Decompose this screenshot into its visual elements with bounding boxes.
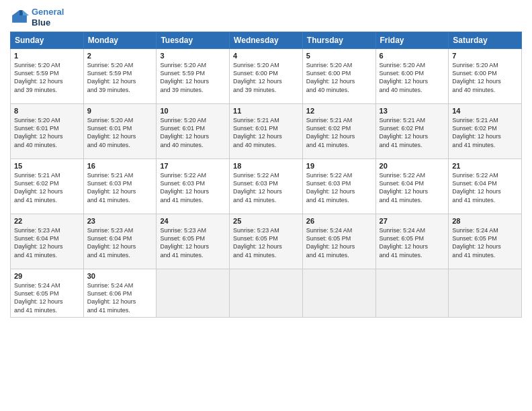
calendar-cell: 21 Sunrise: 5:22 AM Sunset: 6:04 PM Dayl… [449,159,522,214]
calendar-cell: 8 Sunrise: 5:20 AM Sunset: 6:01 PM Dayli… [11,104,84,159]
calendar-cell [449,269,522,318]
day-header: Saturday [449,32,522,49]
day-number: 30 [87,272,153,280]
calendar-cell: 18 Sunrise: 5:22 AM Sunset: 6:03 PM Dayl… [230,159,303,214]
day-number: 10 [160,107,226,115]
cell-info: Sunrise: 5:24 AM Sunset: 6:05 PM Dayligh… [380,226,445,259]
day-number: 21 [452,162,518,170]
calendar-cell [302,269,375,318]
calendar-cell: 12 Sunrise: 5:21 AM Sunset: 6:02 PM Dayl… [302,104,375,159]
calendar-cell: 16 Sunrise: 5:21 AM Sunset: 6:03 PM Dayl… [83,159,157,214]
cell-info: Sunrise: 5:20 AM Sunset: 6:01 PM Dayligh… [14,116,80,149]
day-header: Thursday [302,32,375,49]
calendar-cell: 5 Sunrise: 5:20 AM Sunset: 6:00 PM Dayli… [302,49,375,104]
cell-info: Sunrise: 5:21 AM Sunset: 6:02 PM Dayligh… [452,116,518,149]
day-number: 22 [14,217,80,225]
calendar-cell: 10 Sunrise: 5:20 AM Sunset: 6:01 PM Dayl… [157,104,230,159]
day-number: 17 [160,162,226,170]
calendar-cell: 20 Sunrise: 5:22 AM Sunset: 6:04 PM Dayl… [375,159,449,214]
svg-marker-2 [19,10,23,15]
calendar-header-row: SundayMondayTuesdayWednesdayThursdayFrid… [11,32,522,49]
cell-info: Sunrise: 5:24 AM Sunset: 6:05 PM Dayligh… [306,226,372,259]
calendar-cell: 3 Sunrise: 5:20 AM Sunset: 5:59 PM Dayli… [157,49,230,104]
day-number: 15 [14,162,80,170]
logo-icon [10,8,29,27]
day-number: 9 [87,107,153,115]
day-number: 25 [233,217,299,225]
calendar-body: 1 Sunrise: 5:20 AM Sunset: 5:59 PM Dayli… [11,49,522,318]
calendar-cell: 24 Sunrise: 5:23 AM Sunset: 6:05 PM Dayl… [157,214,230,269]
day-number: 2 [87,52,153,60]
cell-info: Sunrise: 5:23 AM Sunset: 6:04 PM Dayligh… [87,226,153,259]
logo-text: General Blue [32,7,64,28]
day-number: 6 [380,52,445,60]
day-number: 5 [306,52,372,60]
calendar-cell: 23 Sunrise: 5:23 AM Sunset: 6:04 PM Dayl… [83,214,157,269]
calendar-cell: 4 Sunrise: 5:20 AM Sunset: 6:00 PM Dayli… [230,49,303,104]
day-header: Wednesday [230,32,303,49]
cell-info: Sunrise: 5:24 AM Sunset: 6:06 PM Dayligh… [87,281,153,314]
cell-info: Sunrise: 5:20 AM Sunset: 6:00 PM Dayligh… [380,61,445,94]
calendar-cell: 19 Sunrise: 5:22 AM Sunset: 6:03 PM Dayl… [302,159,375,214]
cell-info: Sunrise: 5:22 AM Sunset: 6:04 PM Dayligh… [380,171,445,204]
cell-info: Sunrise: 5:20 AM Sunset: 6:01 PM Dayligh… [160,116,226,149]
calendar-cell [157,269,230,318]
calendar-cell: 14 Sunrise: 5:21 AM Sunset: 6:02 PM Dayl… [449,104,522,159]
day-number: 27 [380,217,445,225]
day-number: 13 [380,107,445,115]
header: General Blue [10,7,522,28]
day-number: 18 [233,162,299,170]
cell-info: Sunrise: 5:24 AM Sunset: 6:05 PM Dayligh… [452,226,518,259]
cell-info: Sunrise: 5:20 AM Sunset: 6:01 PM Dayligh… [87,116,153,149]
calendar-cell: 9 Sunrise: 5:20 AM Sunset: 6:01 PM Dayli… [83,104,157,159]
cell-info: Sunrise: 5:20 AM Sunset: 5:59 PM Dayligh… [160,61,226,94]
day-number: 23 [87,217,153,225]
cell-info: Sunrise: 5:21 AM Sunset: 6:01 PM Dayligh… [233,116,299,149]
calendar-cell: 11 Sunrise: 5:21 AM Sunset: 6:01 PM Dayl… [230,104,303,159]
day-header: Friday [375,32,449,49]
cell-info: Sunrise: 5:21 AM Sunset: 6:02 PM Dayligh… [14,171,80,204]
cell-info: Sunrise: 5:24 AM Sunset: 6:05 PM Dayligh… [14,281,80,314]
cell-info: Sunrise: 5:20 AM Sunset: 5:59 PM Dayligh… [87,61,153,94]
day-number: 3 [160,52,226,60]
calendar-cell: 29 Sunrise: 5:24 AM Sunset: 6:05 PM Dayl… [11,269,84,318]
day-number: 28 [452,217,518,225]
day-number: 8 [14,107,80,115]
day-number: 1 [14,52,80,60]
calendar-cell: 2 Sunrise: 5:20 AM Sunset: 5:59 PM Dayli… [83,49,157,104]
day-header: Monday [83,32,157,49]
calendar-cell: 28 Sunrise: 5:24 AM Sunset: 6:05 PM Dayl… [449,214,522,269]
calendar-cell: 26 Sunrise: 5:24 AM Sunset: 6:05 PM Dayl… [302,214,375,269]
page: General Blue SundayMondayTuesdayWednesda… [0,0,532,411]
day-number: 4 [233,52,299,60]
calendar-cell: 30 Sunrise: 5:24 AM Sunset: 6:06 PM Dayl… [83,269,157,318]
day-header: Sunday [11,32,84,49]
day-number: 26 [306,217,372,225]
calendar-cell: 15 Sunrise: 5:21 AM Sunset: 6:02 PM Dayl… [11,159,84,214]
day-number: 14 [452,107,518,115]
cell-info: Sunrise: 5:20 AM Sunset: 6:00 PM Dayligh… [306,61,372,94]
calendar-cell: 25 Sunrise: 5:23 AM Sunset: 6:05 PM Dayl… [230,214,303,269]
calendar-table: SundayMondayTuesdayWednesdayThursdayFrid… [10,32,522,318]
calendar-cell: 6 Sunrise: 5:20 AM Sunset: 6:00 PM Dayli… [375,49,449,104]
cell-info: Sunrise: 5:20 AM Sunset: 5:59 PM Dayligh… [14,61,80,94]
cell-info: Sunrise: 5:20 AM Sunset: 6:00 PM Dayligh… [233,61,299,94]
cell-info: Sunrise: 5:20 AM Sunset: 6:00 PM Dayligh… [452,61,518,94]
cell-info: Sunrise: 5:21 AM Sunset: 6:02 PM Dayligh… [380,116,445,149]
cell-info: Sunrise: 5:21 AM Sunset: 6:02 PM Dayligh… [306,116,372,149]
cell-info: Sunrise: 5:22 AM Sunset: 6:03 PM Dayligh… [160,171,226,204]
calendar-cell [375,269,449,318]
day-number: 12 [306,107,372,115]
cell-info: Sunrise: 5:22 AM Sunset: 6:03 PM Dayligh… [233,171,299,204]
cell-info: Sunrise: 5:23 AM Sunset: 6:05 PM Dayligh… [233,226,299,259]
day-number: 20 [380,162,445,170]
day-header: Tuesday [157,32,230,49]
calendar-cell: 17 Sunrise: 5:22 AM Sunset: 6:03 PM Dayl… [157,159,230,214]
calendar-cell [230,269,303,318]
day-number: 11 [233,107,299,115]
day-number: 7 [452,52,518,60]
logo: General Blue [10,7,64,28]
cell-info: Sunrise: 5:22 AM Sunset: 6:03 PM Dayligh… [306,171,372,204]
calendar-cell: 27 Sunrise: 5:24 AM Sunset: 6:05 PM Dayl… [375,214,449,269]
day-number: 16 [87,162,153,170]
